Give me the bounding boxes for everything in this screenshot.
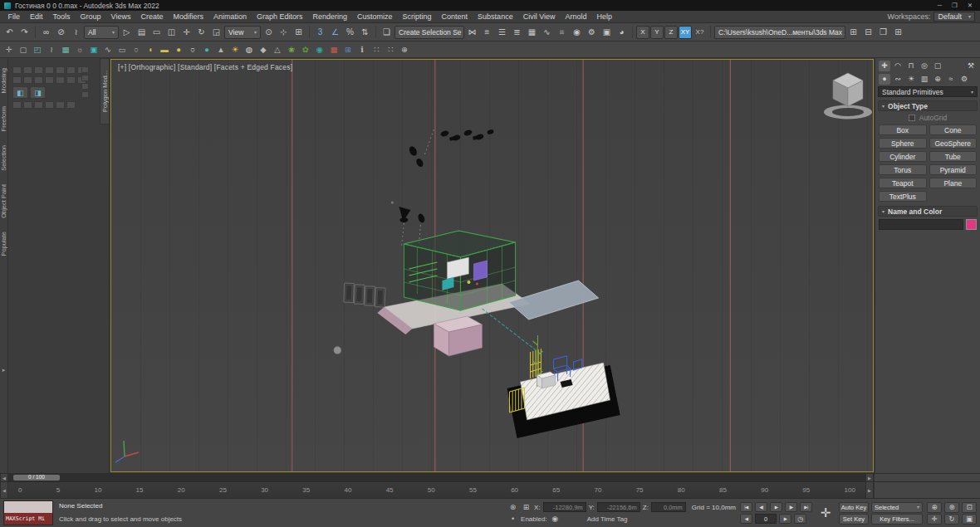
cone-icon[interactable]: ▲ xyxy=(214,43,228,56)
snap-toggle-3d-icon[interactable]: 3 xyxy=(313,25,327,39)
rectangle-icon[interactable]: ▭ xyxy=(115,43,129,56)
object-type-button[interactable]: Box xyxy=(879,124,927,135)
y-coordinate-field[interactable]: -22156,6m xyxy=(597,502,640,512)
pyramid-icon[interactable]: △ xyxy=(271,43,284,56)
zoom-icon[interactable]: ⊕ xyxy=(927,502,942,513)
layer-explorer-window-icon[interactable]: ⊟ xyxy=(861,25,875,39)
wall-icon[interactable]: ⊞ xyxy=(341,43,355,56)
ribbon-tab[interactable]: Freeform xyxy=(0,106,7,131)
yellow-sphere-icon[interactable]: ● xyxy=(172,43,185,56)
geosphere-icon[interactable]: ◍ xyxy=(243,43,256,56)
ribbon-mini-button[interactable] xyxy=(81,91,89,98)
axis-constraint-button[interactable]: X xyxy=(636,26,649,39)
window-layout-icon[interactable]: ❐ xyxy=(876,25,890,39)
ribbon-tab[interactable]: Modeling xyxy=(0,68,7,93)
menu-item[interactable]: Modifiers xyxy=(169,12,208,21)
small-sphere[interactable] xyxy=(334,347,341,354)
spline-icon[interactable]: ∿ xyxy=(101,43,115,56)
set-key-button[interactable]: Set Key xyxy=(839,514,869,525)
object-type-button[interactable]: Plane xyxy=(929,178,978,188)
add-time-tag[interactable]: Add Time Tag xyxy=(587,515,628,523)
select-object-icon[interactable]: ▷ xyxy=(120,25,134,39)
scene-explorer-window-icon[interactable]: ⊞ xyxy=(846,25,860,39)
maxscript-listener-line[interactable]: MAXScript Mi xyxy=(4,513,52,525)
viewcube[interactable] xyxy=(824,73,872,120)
go-to-start-button[interactable]: |◀ xyxy=(740,502,752,512)
lights-category[interactable]: ☀ xyxy=(905,74,917,85)
material-editor-icon[interactable]: ◉ xyxy=(570,25,584,39)
macro-recorder-line[interactable] xyxy=(4,501,52,513)
strip-expand-arrow-icon[interactable]: ▸ xyxy=(2,367,6,373)
polygon-modeling-collapsed-tab[interactable]: Polygon Mod... xyxy=(100,58,109,124)
time-slider-right-arrow[interactable]: ▶ xyxy=(865,474,874,481)
ribbon-tab[interactable]: Populate xyxy=(0,232,7,256)
sun-light-icon[interactable]: ☀ xyxy=(228,43,242,56)
redo-icon[interactable]: ↷ xyxy=(17,25,32,39)
polygon-modeling-tool-icon[interactable]: ◧ xyxy=(12,86,28,99)
menu-item[interactable]: Substance xyxy=(473,12,518,21)
menu-item[interactable]: Rendering xyxy=(308,12,352,21)
ribbon-mini-button[interactable] xyxy=(45,66,54,74)
next-key-button[interactable]: ▶ xyxy=(779,514,791,524)
ribbon-mini-button[interactable] xyxy=(23,76,32,84)
select-and-link-icon[interactable]: ∞ xyxy=(39,25,53,39)
select-and-move-icon[interactable]: ✛ xyxy=(179,25,194,39)
axis-constraint-button[interactable]: XY xyxy=(679,26,692,39)
autogrid-checkbox[interactable] xyxy=(909,115,915,121)
hatched-floor[interactable] xyxy=(507,363,620,438)
select-and-scale-icon[interactable]: ◲ xyxy=(209,25,223,39)
menu-item[interactable]: Scripting xyxy=(398,12,436,21)
ribbon-mini-button[interactable] xyxy=(34,76,43,84)
toggle-scene-explorer-icon[interactable]: ☰ xyxy=(495,25,509,39)
motion-tab[interactable]: ◎ xyxy=(919,61,930,71)
selection-mode-tool-icon[interactable]: ◨ xyxy=(30,86,46,99)
modify-tab[interactable]: ◠ xyxy=(892,61,904,71)
menu-item[interactable]: Customize xyxy=(353,12,398,21)
enabled-toggle-icon[interactable]: ◉ xyxy=(550,515,561,523)
utilities-tab[interactable]: ⚒ xyxy=(965,61,977,71)
object-type-button[interactable]: Tube xyxy=(929,151,978,162)
ribbon-mini-button[interactable] xyxy=(12,101,22,109)
angle-snap-icon[interactable]: ∠ xyxy=(328,25,342,39)
transform-gizmo-toggle-icon[interactable]: X? xyxy=(693,25,707,39)
viewport-scene[interactable] xyxy=(111,60,873,471)
window-crossing-icon[interactable]: ◫ xyxy=(164,25,179,39)
render-setup-icon[interactable]: ⚙ xyxy=(585,25,599,39)
curve-editor-icon[interactable]: ∿ xyxy=(540,25,554,39)
toggle-ribbon-icon[interactable]: ▦ xyxy=(525,25,539,39)
select-and-manipulate-icon[interactable]: ⊹ xyxy=(277,25,291,39)
workspace-dropdown[interactable]: Default ▾ xyxy=(933,12,975,22)
circle-shape-icon[interactable]: ○ xyxy=(130,43,143,56)
object-color-swatch[interactable] xyxy=(966,219,977,230)
ribbon-mini-button[interactable] xyxy=(81,75,89,81)
select-by-name-icon[interactable]: ▤ xyxy=(135,25,149,39)
object-type-rollout-header[interactable]: ▾ Object Type xyxy=(878,100,978,111)
object-type-button[interactable]: GeoSphere xyxy=(929,138,978,149)
ribbon-mini-button[interactable] xyxy=(23,101,32,109)
ribbon-mini-button[interactable] xyxy=(81,83,89,90)
ribbon-mini-button[interactable] xyxy=(56,76,65,84)
ribbon-mini-button[interactable] xyxy=(23,66,32,74)
maximize-button[interactable]: ❐ xyxy=(952,2,958,9)
menu-item[interactable]: File xyxy=(3,12,25,21)
pink-box[interactable] xyxy=(434,316,482,356)
selection-filter-dropdown[interactable]: All ▾ xyxy=(84,26,119,39)
ribbon-mini-button[interactable] xyxy=(34,66,43,74)
menu-item[interactable]: Animation xyxy=(208,12,251,21)
primitives-dropdown[interactable]: Standard Primitives ▾ xyxy=(878,86,978,97)
object-name-input[interactable] xyxy=(879,219,963,230)
room-model[interactable] xyxy=(377,231,530,334)
render-production-icon[interactable]: ◕ xyxy=(615,25,629,39)
gray-plane[interactable] xyxy=(509,281,599,320)
rendered-frame-window-icon[interactable]: ▣ xyxy=(600,25,614,39)
set-keys-button[interactable]: ✛ xyxy=(816,505,835,520)
menu-item[interactable]: Civil View xyxy=(518,12,560,21)
use-pivot-point-center-icon[interactable]: ⊙ xyxy=(262,25,276,39)
ceiling-lights[interactable] xyxy=(391,129,494,248)
go-to-end-button[interactable]: ▶| xyxy=(800,502,812,512)
ribbon-tab[interactable]: Selection xyxy=(0,145,7,171)
track-bar[interactable]: 0510152025303540455055606570758085909510… xyxy=(8,482,865,498)
ribbon-mini-button[interactable] xyxy=(66,66,76,74)
point-helper-icon[interactable]: ✛ xyxy=(2,43,16,56)
key-filters-button[interactable]: Key Filters... xyxy=(871,514,923,525)
